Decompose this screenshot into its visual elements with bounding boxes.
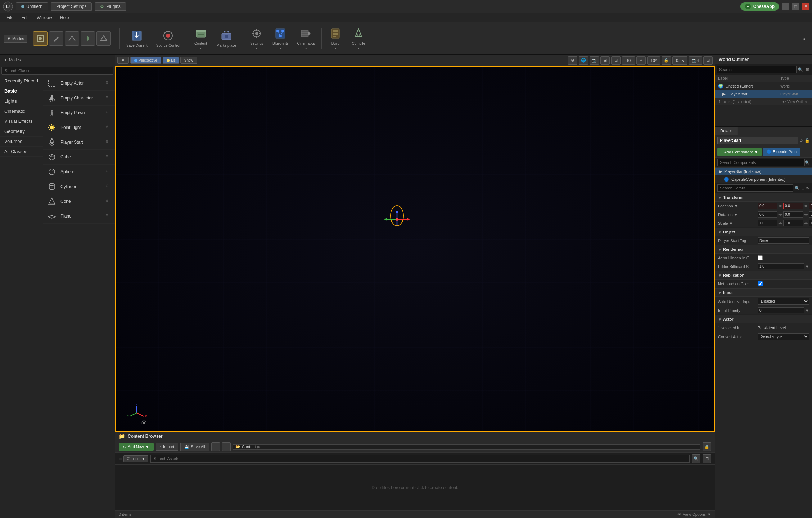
menu-file[interactable]: File xyxy=(3,14,17,21)
category-basic[interactable]: Basic xyxy=(0,86,43,96)
compile-button[interactable]: Compile ▼ xyxy=(348,25,369,52)
component-playerstart-instance[interactable]: ▶ PlayerStart(Instance) xyxy=(715,168,812,175)
object-section-header[interactable]: ▼ Object xyxy=(715,228,812,236)
rotation-z-input[interactable] xyxy=(809,211,812,218)
rotation-y-arrow[interactable]: ◀▶ xyxy=(804,213,808,216)
convert-actor-select[interactable]: Select a Type xyxy=(758,333,809,340)
marketplace-button[interactable]: Marketplace xyxy=(213,27,240,50)
outliner-view-options[interactable]: 👁 View Options xyxy=(782,100,808,104)
content-button[interactable]: Content ▼ xyxy=(190,25,212,52)
editor-billboard-input[interactable] xyxy=(758,263,804,269)
actor-item-cone[interactable]: Cone ⊕ xyxy=(43,194,115,209)
toolbar-expand-button[interactable]: » xyxy=(800,35,808,42)
nav-back-button[interactable]: ← xyxy=(211,442,220,451)
player-start-viewport-object[interactable] xyxy=(383,205,411,242)
details-reset-icon[interactable]: ↺ xyxy=(799,138,803,143)
cinematics-button[interactable]: Cinematics ▼ xyxy=(293,25,318,52)
location-z-input[interactable] xyxy=(809,203,812,209)
rotation-y-input[interactable] xyxy=(783,211,803,218)
placement-mode-icon[interactable] xyxy=(33,31,48,46)
category-volumes[interactable]: Volumes xyxy=(0,137,43,147)
rotation-dropdown-icon[interactable]: ▼ xyxy=(734,213,738,217)
tab-plugins[interactable]: ⚙ Plugins xyxy=(95,2,126,11)
add-new-button[interactable]: ⊕ Add New ▼ xyxy=(119,443,154,451)
scale-z-input[interactable] xyxy=(809,220,812,226)
actor-item-plane[interactable]: Plane ⊕ xyxy=(43,209,115,224)
category-recently-placed[interactable]: Recently Placed xyxy=(0,76,43,86)
location-x-input[interactable] xyxy=(758,203,777,209)
build-button[interactable]: Build ▼ xyxy=(325,25,346,52)
actor-item-sphere[interactable]: Sphere ⊕ xyxy=(43,165,115,179)
asset-search-input[interactable] xyxy=(150,455,690,463)
angle-value-display[interactable]: 10° xyxy=(647,56,660,65)
cb-view-options-status[interactable]: 👁 View Options ▼ xyxy=(677,512,712,517)
menu-window[interactable]: Window xyxy=(33,14,56,21)
save-all-button[interactable]: 💾 Save All xyxy=(180,443,209,451)
viewport-icon-4[interactable]: ⊞ xyxy=(600,56,610,65)
viewport-icon-7[interactable]: 🔒 xyxy=(662,56,671,65)
actor-name-input[interactable] xyxy=(717,137,798,144)
outliner-search-input[interactable] xyxy=(717,66,797,73)
actor-section-header[interactable]: ▼ Actor xyxy=(715,315,812,323)
component-capsule[interactable]: 🔵 CapsuleComponent (Inherited) xyxy=(715,175,812,183)
outliner-item-world[interactable]: 🌍 Untitled (Editor) World xyxy=(715,82,812,90)
show-button[interactable]: Show xyxy=(180,57,197,64)
viewport-icon-6[interactable]: △ xyxy=(636,56,646,65)
source-control-button[interactable]: Source Control xyxy=(153,27,184,50)
category-all-classes[interactable]: All Classes xyxy=(0,147,43,157)
menu-edit[interactable]: Edit xyxy=(18,14,32,21)
actor-item-empty-actor[interactable]: Empty Actor ⊕ xyxy=(43,76,115,91)
scale-y-input[interactable] xyxy=(783,220,803,226)
viewport-icon-1[interactable]: ⚙ xyxy=(568,56,577,65)
cb-lock-button[interactable]: 🔒 xyxy=(703,442,711,451)
outliner-filter-icon[interactable]: ⊞ xyxy=(804,67,811,72)
landscape-mode-icon[interactable] xyxy=(65,31,79,46)
blueprint-button[interactable]: 🔵 Blueprint/Adc xyxy=(763,148,800,156)
category-cinematic[interactable]: Cinematic xyxy=(0,106,43,116)
auto-receive-select[interactable]: Disabled Player 0 Player 1 xyxy=(758,298,809,305)
search-details-icon[interactable]: 🔍 xyxy=(795,186,800,191)
grid-value-display[interactable]: 10 xyxy=(622,56,635,65)
editor-billboard-arrow[interactable]: ▼ xyxy=(805,264,809,269)
location-x-arrow[interactable]: ◀▶ xyxy=(778,204,782,207)
add-component-button[interactable]: + Add Component ▼ xyxy=(717,148,762,156)
viewport-icon-2[interactable]: 🌐 xyxy=(579,56,588,65)
viewport-canvas[interactable]: Z X Y xyxy=(115,66,715,432)
scale-y-arrow[interactable]: ◀▶ xyxy=(804,222,808,225)
perspective-button[interactable]: Perspective xyxy=(130,57,161,64)
actor-hidden-checkbox[interactable] xyxy=(758,255,763,260)
rotation-x-input[interactable] xyxy=(758,211,777,218)
replication-section-header[interactable]: ▼ Replication xyxy=(715,271,812,280)
actor-item-empty-pawn[interactable]: Empty Pawn ⊕ xyxy=(43,106,115,120)
tab-untitled[interactable]: Untitled* xyxy=(16,2,48,10)
maximize-button[interactable]: □ xyxy=(792,3,799,10)
menu-help[interactable]: Help xyxy=(57,14,73,21)
modes-button[interactable]: ▼ Modes xyxy=(4,35,27,43)
actor-item-player-start[interactable]: Player Start ⊕ xyxy=(43,135,115,150)
details-lock-icon[interactable]: 🔒 xyxy=(804,138,810,143)
blueprints-button[interactable]: Blueprints ▼ xyxy=(269,25,292,52)
foliage-mode-icon[interactable] xyxy=(81,31,95,46)
cb-content-area[interactable]: Drop files here or right click to create… xyxy=(115,465,715,510)
scale-x-input[interactable] xyxy=(758,220,777,226)
nav-forward-button[interactable]: → xyxy=(222,442,231,451)
lit-button[interactable]: Lit xyxy=(163,57,179,64)
search-components-icon[interactable]: 🔍 xyxy=(805,160,810,165)
search-details-input[interactable] xyxy=(717,184,793,192)
search-details-eye-icon[interactable]: 👁 xyxy=(806,186,810,190)
tab-project-settings[interactable]: Project Settings xyxy=(51,2,92,11)
location-dropdown-icon[interactable]: ▼ xyxy=(734,204,738,208)
viewport-icon-3[interactable]: 📷 xyxy=(590,56,599,65)
location-y-arrow[interactable]: ◀▶ xyxy=(804,204,808,207)
actor-item-cube[interactable]: Cube ⊕ xyxy=(43,150,115,165)
viewport-mode-button[interactable]: ▼ xyxy=(117,57,129,64)
rotation-x-arrow[interactable]: ◀▶ xyxy=(778,213,782,216)
viewport-maximize-icon[interactable]: ⊡ xyxy=(703,56,713,65)
outliner-search-icon[interactable]: 🔍 xyxy=(797,67,804,72)
category-lights[interactable]: Lights xyxy=(0,96,43,106)
cb-search-button[interactable]: 🔍 xyxy=(692,454,700,463)
search-components-input[interactable] xyxy=(717,159,805,166)
actor-item-point-light[interactable]: Point Light ⊕ xyxy=(43,120,115,135)
category-geometry[interactable]: Geometry xyxy=(0,126,43,137)
outliner-item-playerstart[interactable]: ▶ PlayerStart PlayerStart xyxy=(715,90,812,98)
